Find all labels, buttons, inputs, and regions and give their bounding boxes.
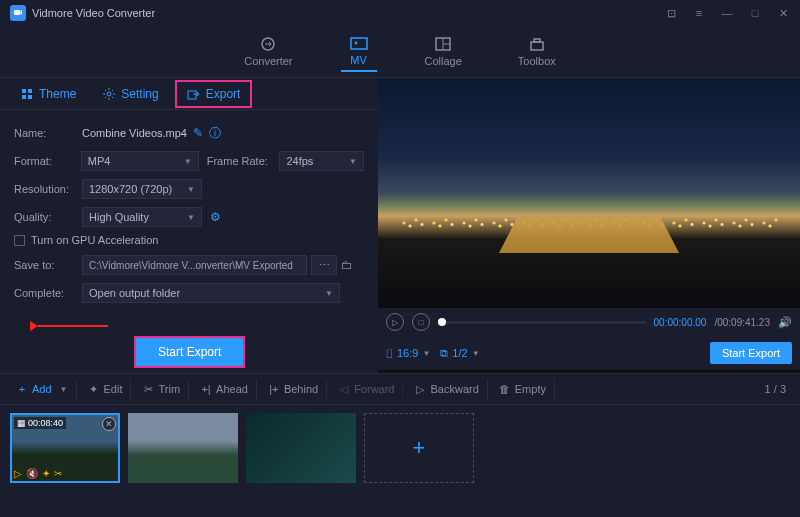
- subtab-export[interactable]: Export: [175, 80, 253, 108]
- page-indicator: 1 / 3: [765, 383, 792, 395]
- volume-icon[interactable]: 🔊: [778, 316, 792, 329]
- add-button[interactable]: +Add▼: [8, 379, 77, 399]
- start-export-main-button[interactable]: Start Export: [710, 342, 792, 364]
- aspect-ratio-button[interactable]: ⌷16:9▼: [386, 347, 430, 359]
- scissors-icon: ✂: [142, 383, 154, 395]
- resolution-dropdown[interactable]: 1280x720 (720p)▼: [82, 179, 202, 199]
- framerate-dropdown[interactable]: 24fps▼: [279, 151, 364, 171]
- framerate-label: Frame Rate:: [207, 155, 272, 167]
- toolbox-icon: [527, 36, 547, 52]
- wand-icon: ✦: [88, 383, 100, 395]
- clip-remove-icon[interactable]: ✕: [102, 417, 116, 431]
- format-label: Format:: [14, 155, 73, 167]
- preview-panel: ▷ □ 00:00:00.00/00:09:41.23 🔊 ⌷16:9▼ ⧉1/…: [378, 78, 800, 373]
- clip-trim-icon[interactable]: ✂: [54, 468, 62, 479]
- clip-play-icon[interactable]: ▷: [14, 468, 22, 479]
- feedback-icon[interactable]: ⊡: [664, 7, 678, 20]
- theme-icon: [20, 87, 34, 101]
- trash-icon: 🗑: [499, 383, 511, 395]
- forward-button[interactable]: ◁Forward: [330, 379, 403, 399]
- open-folder-icon[interactable]: 🗀: [341, 258, 353, 272]
- clip-2[interactable]: [128, 413, 238, 483]
- tab-toolbox[interactable]: Toolbox: [510, 32, 564, 71]
- annotation-arrow: [30, 316, 108, 334]
- progress-handle[interactable]: [438, 318, 446, 326]
- setting-icon: [102, 87, 116, 101]
- svg-rect-8: [22, 89, 26, 93]
- resolution-label: Resolution:: [14, 183, 74, 195]
- edit-button[interactable]: ✦Edit: [80, 379, 132, 399]
- frame-nav-button[interactable]: ⧉1/2▼: [440, 347, 479, 360]
- clip-1[interactable]: ▦ 00:08:40 ✕ ▷ 🔇 ✦ ✂: [10, 413, 120, 483]
- menu-icon[interactable]: ≡: [692, 7, 706, 20]
- behind-icon: |+: [268, 383, 280, 395]
- chevron-down-icon: ▼: [187, 213, 195, 222]
- saveto-path: C:\Vidmore\Vidmore V...onverter\MV Expor…: [82, 255, 307, 275]
- forward-icon: ◁: [338, 383, 350, 395]
- tab-converter[interactable]: Converter: [236, 32, 300, 71]
- plus-icon: +: [16, 383, 28, 395]
- saveto-label: Save to:: [14, 259, 74, 271]
- converter-icon: [258, 36, 278, 52]
- name-label: Name:: [14, 127, 74, 139]
- clip-mute-icon[interactable]: 🔇: [26, 468, 38, 479]
- player-controls: ▷ □ 00:00:00.00/00:09:41.23 🔊: [378, 308, 800, 336]
- aspect-icon: ⌷: [386, 347, 393, 359]
- chevron-down-icon: ▼: [349, 157, 357, 166]
- backward-button[interactable]: ▷Backward: [406, 379, 487, 399]
- gpu-label: Turn on GPU Acceleration: [31, 234, 158, 246]
- behind-button[interactable]: |+Behind: [260, 379, 327, 399]
- edit-name-icon[interactable]: ✎: [193, 126, 203, 140]
- svg-rect-2: [351, 38, 367, 49]
- subtab-theme[interactable]: Theme: [10, 82, 86, 106]
- svg-rect-11: [28, 95, 32, 99]
- clip-edit-icon[interactable]: ✦: [42, 468, 50, 479]
- start-export-button[interactable]: Start Export: [134, 336, 245, 368]
- quality-settings-icon[interactable]: ⚙: [210, 210, 221, 224]
- svg-point-12: [107, 92, 111, 96]
- progress-bar[interactable]: [438, 321, 646, 324]
- svg-rect-10: [22, 95, 26, 99]
- quality-dropdown[interactable]: High Quality▼: [82, 207, 202, 227]
- collage-icon: [433, 36, 453, 52]
- app-logo-icon: [10, 5, 26, 21]
- export-icon: [187, 87, 201, 101]
- empty-button[interactable]: 🗑Empty: [491, 379, 555, 399]
- mv-icon: [349, 35, 369, 51]
- info-icon[interactable]: ⓘ: [209, 125, 221, 142]
- svg-rect-7: [534, 39, 540, 42]
- complete-dropdown[interactable]: Open output folder▼: [82, 283, 340, 303]
- tab-mv[interactable]: MV: [341, 31, 377, 72]
- quality-label: Quality:: [14, 211, 74, 223]
- svg-rect-6: [531, 42, 543, 50]
- play-button[interactable]: ▷: [386, 313, 404, 331]
- minimize-icon[interactable]: —: [720, 7, 734, 20]
- svg-rect-0: [14, 10, 20, 15]
- total-time: /00:09:41.23: [714, 317, 770, 328]
- maximize-icon[interactable]: □: [748, 7, 762, 20]
- subtab-setting[interactable]: Setting: [92, 82, 168, 106]
- ahead-button[interactable]: +|Ahead: [192, 379, 257, 399]
- frame-icon: ⧉: [440, 347, 448, 360]
- complete-label: Complete:: [14, 287, 74, 299]
- format-dropdown[interactable]: MP4▼: [81, 151, 199, 171]
- add-clip-button[interactable]: +: [364, 413, 474, 483]
- ahead-icon: +|: [200, 383, 212, 395]
- chevron-down-icon: ▼: [184, 157, 192, 166]
- name-value: Combine Videos.mp4 ✎ ⓘ: [82, 125, 221, 142]
- trim-button[interactable]: ✂Trim: [134, 379, 189, 399]
- svg-rect-9: [28, 89, 32, 93]
- clip-3[interactable]: [246, 413, 356, 483]
- chevron-down-icon: ▼: [325, 289, 333, 298]
- gpu-checkbox[interactable]: [14, 235, 25, 246]
- titlebar: Vidmore Video Converter ⊡ ≡ — □ ✕: [0, 0, 800, 26]
- main-tabs: Converter MV Collage Toolbox: [0, 26, 800, 78]
- stop-button[interactable]: □: [412, 313, 430, 331]
- chevron-down-icon: ▼: [187, 185, 195, 194]
- video-preview[interactable]: [378, 78, 800, 308]
- tab-collage[interactable]: Collage: [417, 32, 470, 71]
- svg-rect-13: [188, 91, 196, 99]
- close-icon[interactable]: ✕: [776, 7, 790, 20]
- browse-button[interactable]: ⋯: [311, 255, 337, 275]
- app-title: Vidmore Video Converter: [32, 7, 155, 19]
